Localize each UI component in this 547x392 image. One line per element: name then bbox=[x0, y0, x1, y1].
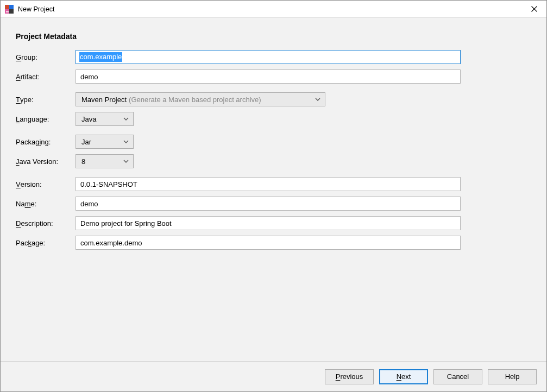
intellij-icon bbox=[5, 5, 14, 14]
svg-rect-4 bbox=[6, 11, 9, 12]
new-project-window: New Project Project Metadata Group: com.… bbox=[0, 0, 547, 392]
previous-button[interactable]: Previous bbox=[325, 369, 374, 384]
close-icon bbox=[531, 6, 537, 12]
description-label: Description: bbox=[16, 216, 76, 231]
language-select[interactable]: Java bbox=[76, 112, 134, 126]
group-input[interactable]: com.example bbox=[76, 50, 461, 64]
svg-rect-1 bbox=[5, 5, 9, 9]
chevron-down-icon bbox=[123, 140, 129, 143]
artifact-label: Artifact: bbox=[16, 69, 76, 84]
packaging-select[interactable]: Jar bbox=[76, 135, 134, 149]
description-input[interactable] bbox=[76, 216, 461, 230]
java-version-label: Java Version: bbox=[16, 154, 76, 169]
group-label: Group: bbox=[16, 49, 76, 65]
java-version-select[interactable]: 8 bbox=[76, 154, 134, 168]
svg-rect-2 bbox=[9, 5, 14, 9]
java-version-select-value: 8 bbox=[81, 157, 85, 166]
packaging-label: Packaging: bbox=[16, 134, 76, 149]
metadata-form: Group: com.example Artifact: Type: Maven bbox=[16, 49, 537, 250]
group-input-selection: com.example bbox=[79, 52, 122, 62]
package-label: Package: bbox=[16, 235, 76, 250]
help-button[interactable]: Help bbox=[488, 369, 537, 384]
wizard-footer: Previous Next Cancel Help bbox=[1, 361, 546, 391]
artifact-input[interactable] bbox=[76, 69, 461, 84]
page-title: Project Metadata bbox=[16, 32, 537, 41]
type-select-value: Maven Project bbox=[81, 96, 127, 104]
cancel-button[interactable]: Cancel bbox=[433, 369, 482, 384]
type-label: Type: bbox=[16, 92, 76, 107]
language-label: Language: bbox=[16, 111, 76, 127]
language-select-value: Java bbox=[81, 115, 96, 123]
next-button[interactable]: Next bbox=[379, 369, 428, 384]
chevron-down-icon bbox=[123, 160, 129, 163]
version-input[interactable] bbox=[76, 177, 461, 191]
package-input[interactable] bbox=[76, 236, 461, 250]
packaging-select-value: Jar bbox=[81, 138, 91, 146]
type-select[interactable]: Maven Project (Generate a Maven based pr… bbox=[76, 92, 325, 106]
close-button[interactable] bbox=[521, 1, 546, 18]
titlebar: New Project bbox=[1, 1, 546, 18]
content-area: Project Metadata Group: com.example Arti… bbox=[1, 18, 546, 361]
name-label: Name: bbox=[16, 196, 76, 211]
window-title: New Project bbox=[18, 5, 521, 13]
type-select-hint: (Generate a Maven based project archive) bbox=[129, 96, 261, 104]
version-label: Version: bbox=[16, 176, 76, 192]
chevron-down-icon bbox=[123, 117, 129, 121]
name-input[interactable] bbox=[76, 197, 461, 211]
chevron-down-icon bbox=[315, 98, 320, 101]
